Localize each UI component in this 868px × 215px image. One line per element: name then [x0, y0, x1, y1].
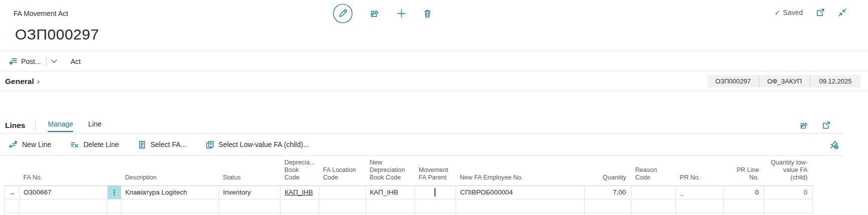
quantity-low-value-link[interactable]: 0 — [803, 188, 807, 196]
cell-empty[interactable] — [415, 199, 456, 212]
cell-empty[interactable] — [764, 199, 813, 212]
table-row-empty — [5, 212, 813, 215]
cell-reason-code[interactable] — [631, 186, 676, 199]
cell-empty[interactable] — [20, 212, 108, 215]
share-button[interactable] — [370, 8, 380, 18]
cell-empty[interactable] — [366, 199, 415, 212]
col-depreciation-book-code[interactable]: Deprecia... Book Code — [281, 156, 319, 186]
cell-empty[interactable] — [219, 199, 281, 212]
delete-line-button[interactable]: Delete Line — [70, 140, 119, 149]
movement-fa-parent-checkbox[interactable] — [435, 188, 436, 196]
cell-empty[interactable] — [456, 199, 585, 212]
cell-empty[interactable] — [585, 212, 631, 215]
cell-empty[interactable] — [631, 199, 676, 212]
general-expand-toggle[interactable]: General › — [0, 77, 40, 86]
tab-line[interactable]: Line — [88, 120, 101, 131]
select-low-value-fa-button[interactable]: Select Low-value FA (child)... — [205, 140, 309, 149]
cell-empty[interactable] — [20, 199, 108, 212]
unpin-button[interactable] — [829, 140, 839, 150]
save-status-area: ✓ Saved — [775, 8, 847, 17]
new-line-button[interactable]: New Line — [9, 140, 51, 149]
cell-fa-no[interactable]: О300667 — [20, 186, 108, 199]
col-movement-fa-parent[interactable]: Movement FA Parent — [415, 156, 456, 186]
pencil-icon — [333, 4, 353, 24]
cell-empty[interactable] — [121, 212, 219, 215]
cell-empty[interactable] — [764, 212, 813, 215]
cell-status[interactable]: Inventory — [219, 186, 281, 199]
table-row-empty — [5, 199, 813, 212]
cell-assist-button[interactable]: ⋮ — [108, 186, 121, 199]
page-title: ОЗП000297 — [15, 24, 868, 45]
cell-movement-fa-parent[interactable] — [415, 186, 456, 199]
cell-quantity[interactable]: 7,00 — [585, 186, 631, 199]
col-cell-menu — [108, 156, 121, 186]
cell-description[interactable]: Клавіатура Logitech — [121, 186, 219, 199]
col-new-depreciation-book-code[interactable]: New Depreciation Book Code — [366, 156, 415, 186]
cell-empty[interactable] — [676, 199, 724, 212]
col-quantity-low-value[interactable]: Quantity low- value FA (child) — [764, 156, 813, 186]
collapse-button[interactable] — [838, 8, 847, 17]
cell-empty[interactable] — [456, 212, 585, 215]
fa-movement-act-page: FA Movement Act — [0, 0, 868, 215]
cell-depreciation-book-code[interactable]: КАП_ІНВ — [281, 186, 319, 199]
col-pr-no[interactable]: PR No. — [676, 156, 724, 186]
new-button[interactable] — [397, 9, 406, 18]
summary-field-posting-group[interactable]: ОФ_ЗАКУП — [759, 75, 810, 88]
cell-empty[interactable] — [319, 212, 366, 215]
cell-pr-line-no[interactable]: 0 — [724, 186, 764, 199]
cell-empty[interactable] — [415, 212, 456, 215]
cell-empty[interactable] — [108, 212, 121, 215]
depreciation-book-link[interactable]: КАП_ІНВ — [285, 188, 313, 196]
col-fa-location-code[interactable]: FA Location Code — [319, 156, 366, 186]
col-new-fa-employee-no[interactable]: New FA Employee No. — [456, 156, 585, 186]
select-fa-button[interactable]: Select FA... — [138, 140, 186, 149]
cell-quantity-low-value[interactable]: 0 — [764, 186, 813, 199]
cell-empty[interactable] — [219, 212, 281, 215]
cell-empty[interactable] — [108, 199, 121, 212]
divider — [46, 57, 47, 66]
tab-manage[interactable]: Manage — [48, 120, 73, 131]
delete-button[interactable] — [423, 9, 432, 18]
cell-fa-location-code[interactable] — [319, 186, 366, 199]
share-icon — [799, 121, 809, 130]
header-actions — [333, 4, 432, 24]
cell-empty[interactable] — [631, 212, 676, 215]
lines-action-bar: New Line Delete Line Select FA... Sele — [0, 134, 868, 156]
col-status[interactable]: Status — [219, 156, 281, 186]
act-menu-button[interactable]: Act — [71, 58, 81, 66]
cell-empty[interactable] — [121, 199, 219, 212]
general-label: General — [5, 77, 34, 86]
cell-empty[interactable] — [5, 212, 20, 215]
post-label: Post... — [21, 58, 41, 66]
cell-empty[interactable] — [724, 212, 764, 215]
cell-empty[interactable] — [281, 212, 319, 215]
post-dropdown-button[interactable] — [51, 59, 58, 64]
cell-empty[interactable] — [585, 199, 631, 212]
summary-field-posting-date[interactable]: 09.12.2025 — [810, 75, 860, 88]
cell-empty[interactable] — [319, 199, 366, 212]
cell-empty[interactable] — [366, 212, 415, 215]
col-fa-no[interactable]: FA No. — [20, 156, 108, 186]
cell-pr-no[interactable]: _ — [676, 186, 724, 199]
lines-expand-button[interactable] — [822, 121, 831, 130]
cell-empty[interactable] — [724, 199, 764, 212]
divider — [35, 120, 36, 130]
col-pr-line-no[interactable]: PR Line No. — [724, 156, 764, 186]
general-summary-fields: ОЗП000297 ОФ_ЗАКУП 09.12.2025 — [707, 75, 860, 88]
cell-empty[interactable] — [281, 199, 319, 212]
col-reason-code[interactable]: Reason Code — [631, 156, 676, 186]
cell-empty[interactable] — [676, 212, 724, 215]
select-fa-icon — [138, 140, 146, 149]
lines-share-button[interactable] — [799, 121, 809, 130]
open-in-new-window-button[interactable] — [816, 8, 825, 17]
col-description[interactable]: Description — [121, 156, 219, 186]
col-quantity[interactable]: Quantity — [585, 156, 631, 186]
page-header: FA Movement Act — [0, 0, 868, 24]
cell-new-depreciation-book-code[interactable]: КАП_ІНВ — [366, 186, 415, 199]
post-button[interactable]: Post... — [9, 57, 41, 66]
edit-button[interactable] — [333, 4, 353, 24]
cell-new-fa-employee-no[interactable]: СПІВРОБ000004 — [456, 186, 585, 199]
summary-field-doc-no[interactable]: ОЗП000297 — [707, 75, 759, 88]
command-bar: Post... Act — [0, 52, 868, 72]
cell-empty[interactable] — [5, 199, 20, 212]
